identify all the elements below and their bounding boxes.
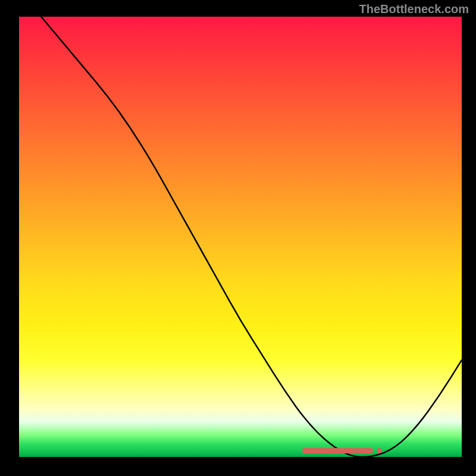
plot-area: [19, 17, 462, 457]
bottleneck-curve: [41, 17, 462, 457]
curve-svg: [19, 17, 462, 457]
watermark-text: TheBottleneck.com: [359, 2, 469, 16]
chart-container: TheBottleneck.com: [0, 0, 476, 476]
optimal-range-marker: [302, 448, 373, 453]
